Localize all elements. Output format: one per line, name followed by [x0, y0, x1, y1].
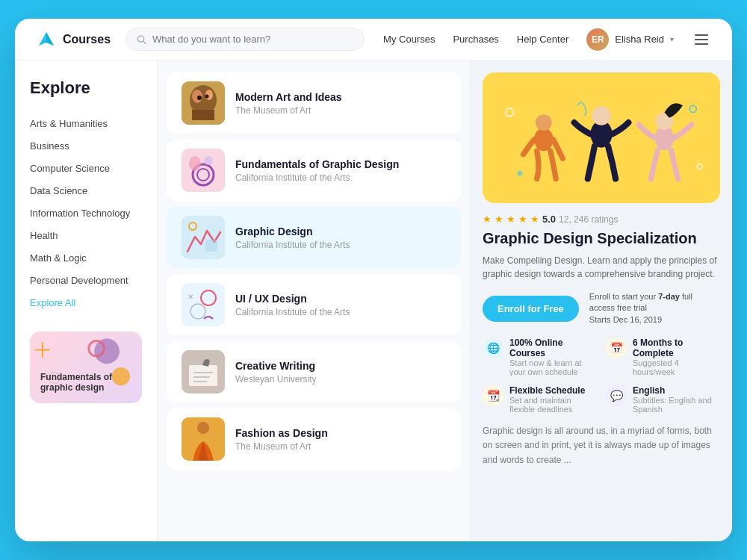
hamburger-line: [695, 39, 708, 40]
hamburger-menu[interactable]: [692, 31, 711, 48]
course-name: Creative Writing: [235, 360, 446, 372]
feature-title: English: [633, 385, 720, 396]
header: Courses My Courses Purchases Help Center…: [15, 19, 732, 60]
ui-ux-illustration: ✕: [182, 283, 225, 326]
search-input[interactable]: [152, 34, 353, 45]
nav-purchases[interactable]: Purchases: [453, 34, 498, 45]
schedule-icon: 📆: [483, 385, 503, 406]
course-provider: California Institute of the Arts: [235, 307, 446, 317]
feature-sub: Set and maintain flexible deadlines: [509, 396, 597, 414]
course-provider: California Institute of the Arts: [235, 240, 446, 250]
course-name: Fundamentals of Graphic Design: [235, 158, 446, 170]
creative-writing-illustration: [182, 350, 225, 393]
sidebar-item-arts[interactable]: Arts & Humanities: [30, 113, 142, 134]
feature-language: 💬 English Subtitles: English and Spanish: [606, 385, 720, 414]
feature-sub: Subtitles: English and Spanish: [633, 396, 720, 414]
sidebar-item-math[interactable]: Math & Logic: [30, 247, 142, 269]
detail-title: Graphic Design Specialization: [483, 229, 720, 248]
course-thumb-graphic-fund: [182, 149, 225, 192]
rating-count: 12, 246 ratings: [559, 214, 618, 225]
list-item[interactable]: Fundamentals of Graphic Design Californi…: [167, 140, 461, 201]
fashion-illustration: [182, 417, 225, 461]
svg-point-37: [592, 106, 610, 125]
nav-my-courses[interactable]: My Courses: [383, 34, 435, 45]
months-icon: 📅: [606, 337, 627, 358]
rating-score: 5.0: [542, 214, 556, 225]
avatar: ER: [586, 28, 609, 51]
enroll-info: Enroll to start your 7-day full access f…: [589, 291, 720, 326]
sidebar: Explore Arts & Humanities Business Compu…: [15, 60, 157, 541]
sidebar-item-cs[interactable]: Computer Science: [30, 158, 142, 179]
hamburger-line: [695, 34, 708, 36]
online-courses-icon: 🌐: [483, 337, 503, 358]
svg-point-18: [204, 156, 213, 165]
graphic-design-illustration: [182, 216, 225, 259]
course-info: Fundamentals of Graphic Design Californi…: [235, 158, 446, 183]
sidebar-item-data-science[interactable]: Data Science: [30, 180, 142, 202]
sidebar-item-personal-dev[interactable]: Personal Development: [30, 270, 142, 291]
course-name: UI / UX Design: [235, 293, 446, 305]
feature-title: Flexible Schedule: [509, 385, 597, 396]
promo-card[interactable]: Fundamentals of graphic design: [30, 332, 142, 403]
hero-illustration: [483, 72, 720, 203]
hero-image: [483, 72, 720, 203]
svg-point-13: [205, 95, 209, 99]
course-provider: The Museum of Art: [235, 441, 446, 452]
feature-online-courses: 🌐 100% Online Courses Start now & learn …: [483, 337, 597, 376]
star-1: ★: [483, 214, 492, 225]
course-provider: The Museum of Art: [235, 105, 446, 116]
logo-icon: [36, 29, 57, 50]
feature-sub: Start now & learn at your own schedule: [509, 358, 597, 376]
course-thumb-modern-art: [182, 81, 225, 125]
star-4: ★: [518, 214, 527, 225]
sidebar-item-business[interactable]: Business: [30, 135, 142, 157]
nav-help-center[interactable]: Help Center: [517, 34, 568, 45]
course-info: Fashion as Design The Museum of Art: [235, 427, 446, 452]
graphic-fund-illustration: [182, 149, 225, 192]
course-info: UI / UX Design California Institute of t…: [235, 293, 446, 317]
course-info: Creative Writing Wesleyan University: [235, 360, 446, 385]
list-item[interactable]: Creative Writing Wesleyan University: [167, 341, 461, 402]
svg-point-12: [197, 96, 202, 100]
modern-art-illustration: [182, 81, 225, 125]
list-item[interactable]: Fashion as Design The Museum of Art: [167, 408, 461, 470]
nav-links: My Courses Purchases Help Center ER Elis…: [383, 28, 711, 51]
features-grid: 🌐 100% Online Courses Start now & learn …: [483, 337, 720, 414]
body-text: Graphic design is all around us, in a my…: [483, 424, 720, 467]
feature-schedule: 📆 Flexible Schedule Set and maintain fle…: [483, 385, 597, 414]
enroll-button[interactable]: Enroll for Free: [483, 296, 579, 322]
user-area[interactable]: ER Elisha Reid ▾: [586, 28, 674, 51]
course-thumb-creative-writing: [182, 350, 225, 393]
svg-point-34: [534, 128, 553, 151]
course-info: Modern Art and Ideas The Museum of Art: [235, 91, 446, 116]
feature-info: English Subtitles: English and Spanish: [633, 385, 720, 414]
sidebar-item-health[interactable]: Health: [30, 225, 142, 246]
sidebar-explore-all[interactable]: Explore All: [30, 292, 142, 314]
course-thumb-ui-ux: ✕: [182, 283, 225, 326]
list-item[interactable]: ✕ UI / UX Design California Institute of…: [167, 274, 461, 335]
svg-point-1: [94, 339, 120, 364]
course-name: Fashion as Design: [235, 427, 446, 439]
star-2: ★: [495, 214, 503, 225]
svg-rect-27: [189, 365, 217, 386]
course-info: Graphic Design California Institute of t…: [235, 225, 446, 250]
search-bar[interactable]: [125, 28, 365, 51]
feature-title: 100% Online Courses: [509, 337, 597, 358]
course-name: Graphic Design: [235, 225, 446, 237]
list-item[interactable]: Graphic Design California Institute of t…: [167, 207, 461, 268]
svg-point-17: [189, 156, 201, 171]
enroll-section: Enroll for Free Enroll to start your 7-d…: [483, 291, 720, 326]
course-thumb-fashion: [182, 417, 225, 461]
feature-months: 📅 6 Months to Complete Suggested 4 hours…: [606, 337, 720, 376]
course-provider: California Institute of the Arts: [235, 172, 446, 183]
svg-rect-22: [182, 283, 225, 326]
feature-title: 6 Months to Complete: [633, 337, 720, 358]
svg-rect-20: [205, 240, 217, 252]
feature-sub: Suggested 4 hours/week: [633, 358, 720, 376]
detail-description: Make Compelling Design. Learn and apply …: [483, 254, 720, 281]
sidebar-item-it[interactable]: Information Technology: [30, 202, 142, 224]
enroll-date: Starts Dec 16, 2019: [589, 315, 662, 324]
list-item[interactable]: Modern Art and Ideas The Museum of Art: [167, 72, 461, 134]
course-name: Modern Art and Ideas: [235, 91, 446, 103]
svg-point-0: [137, 35, 143, 41]
